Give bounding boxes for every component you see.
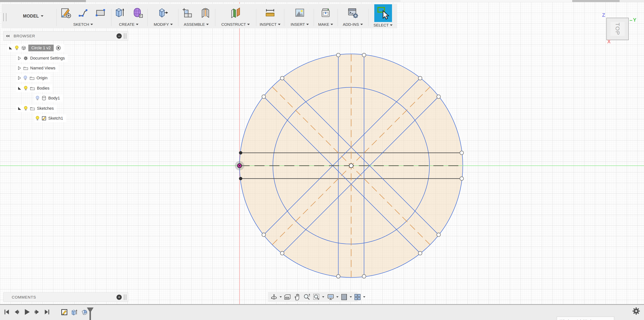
collapsed-caret-icon[interactable]	[18, 56, 21, 60]
constrained-point-top[interactable]	[239, 151, 242, 154]
play-button[interactable]	[23, 308, 30, 316]
orbit-button[interactable]	[270, 293, 278, 301]
tree-row-root[interactable]: Circle 1 v2	[8, 44, 64, 52]
tree-row-origin[interactable]: Origin	[16, 74, 50, 82]
form-button[interactable]	[132, 7, 143, 18]
viewports-dropdown-caret[interactable]	[363, 296, 365, 298]
tree-row-sketch1[interactable]: Sketch1	[34, 114, 66, 122]
create-menu[interactable]: CREATE	[119, 22, 138, 27]
skip-to-end-button[interactable]	[43, 308, 51, 316]
insert-menu[interactable]: INSERT	[290, 22, 309, 27]
insert-image-button[interactable]	[294, 7, 305, 18]
document-name[interactable]: Circle 1 v2	[28, 45, 54, 51]
collapse-all-icon[interactable]: –	[116, 33, 122, 39]
comments-panel-title: COMMENTS	[12, 295, 36, 299]
zoom-window-button[interactable]	[312, 293, 321, 301]
toolbar: MODEL	[2, 4, 397, 28]
sketch-icon	[42, 116, 46, 121]
addins-menu[interactable]: ADD-INS	[343, 22, 363, 27]
circle-center-point[interactable]	[349, 164, 353, 168]
chevron-down-icon	[360, 24, 363, 25]
measure-button[interactable]	[264, 7, 276, 18]
bulb-on-icon[interactable]	[35, 116, 40, 121]
3d-print-button[interactable]	[320, 7, 331, 18]
sketch-menu[interactable]: SKETCH	[73, 22, 93, 27]
joint-button[interactable]	[200, 7, 211, 18]
extrude-button[interactable]	[114, 7, 126, 18]
tree-row-named-views[interactable]: Named Views	[16, 64, 58, 72]
toolbar-separator	[148, 9, 148, 26]
construction-plane-button[interactable]	[230, 7, 241, 18]
toolbar-drag-grip[interactable]	[3, 13, 6, 21]
activate-component-radio-icon[interactable]	[56, 45, 61, 51]
collapse-panel-icon[interactable]	[6, 34, 10, 38]
make-menu[interactable]: MAKE	[318, 22, 333, 27]
toolbar-group-create: CREATE	[113, 4, 144, 28]
sketch-origin-point[interactable]	[235, 161, 244, 170]
timeline-settings-gear-icon[interactable]	[632, 307, 640, 315]
tree-item-label: Document Settings	[30, 56, 65, 61]
expanded-triangle-icon[interactable]	[18, 86, 22, 90]
modify-menu[interactable]: MODIFY	[154, 22, 173, 27]
timeline-playhead[interactable]	[86, 307, 94, 320]
select-menu[interactable]: SELECT	[374, 22, 393, 28]
bulb-on-icon[interactable]	[24, 106, 28, 111]
new-component-button[interactable]	[182, 7, 193, 18]
insert-image-icon	[294, 7, 305, 18]
assemble-menu[interactable]: ASSEMBLE	[184, 22, 209, 27]
expanded-triangle-icon[interactable]	[18, 106, 22, 110]
panel-grip[interactable]	[124, 294, 126, 300]
inspect-menu[interactable]: INSPECT	[260, 22, 280, 27]
step-forward-button[interactable]	[33, 308, 41, 316]
expanded-triangle-icon[interactable]	[8, 46, 13, 50]
zoom-button[interactable]	[302, 293, 311, 301]
display-settings-icon	[327, 293, 334, 301]
construct-menu[interactable]: CONSTRUCT	[222, 22, 250, 27]
grid-settings-button[interactable]	[340, 293, 348, 301]
collapsed-caret-icon[interactable]	[18, 66, 21, 70]
comments-panel-header[interactable]: COMMENTS +	[3, 292, 128, 302]
tree-row-sketches[interactable]: Sketches	[16, 105, 57, 112]
tree-row-body1[interactable]: Body1	[34, 94, 63, 102]
browser-panel-header[interactable]: BROWSER –	[3, 31, 128, 41]
create-sketch-button[interactable]	[60, 7, 72, 18]
workspace-switcher[interactable]: MODEL	[14, 4, 52, 28]
press-pull-button[interactable]	[158, 7, 169, 18]
scripts-addins-button[interactable]	[347, 7, 358, 18]
component-cube-icon	[21, 45, 26, 51]
joint-icon	[200, 7, 211, 18]
bulb-on-icon[interactable]	[14, 45, 19, 51]
constrained-point-bottom[interactable]	[239, 177, 242, 180]
tree-row-bodies[interactable]: Bodies	[16, 84, 52, 92]
display-settings-button[interactable]	[326, 293, 335, 301]
pan-hand-icon	[294, 293, 301, 301]
spline-button[interactable]	[78, 7, 89, 18]
look-at-button[interactable]	[283, 293, 292, 301]
chevron-down-icon	[90, 24, 93, 25]
skip-to-start-button[interactable]	[3, 308, 10, 316]
step-back-button[interactable]	[13, 308, 20, 316]
timeline-extrude-feature[interactable]	[71, 309, 78, 316]
collapsed-caret-icon[interactable]	[18, 76, 21, 80]
bulb-off-icon[interactable]	[23, 75, 28, 81]
grid-settings-dropdown-caret[interactable]	[350, 296, 352, 298]
rectangle-button[interactable]	[95, 7, 106, 18]
assemble-menu-label: ASSEMBLE	[184, 22, 205, 27]
tree-row-document-settings[interactable]: Document Settings	[16, 54, 68, 62]
viewcube-face-label[interactable]: TOP	[607, 18, 628, 40]
orbit-dropdown-caret[interactable]	[280, 296, 282, 298]
bulb-off-icon[interactable]	[35, 96, 40, 101]
add-comment-icon[interactable]: +	[116, 295, 122, 300]
bulb-on-icon[interactable]	[24, 86, 28, 91]
timeline-sketch-feature[interactable]	[61, 309, 68, 316]
viewports-button[interactable]	[353, 293, 362, 301]
pan-button[interactable]	[293, 293, 302, 301]
zoom-window-icon	[313, 293, 320, 301]
chevron-down-icon	[247, 24, 250, 25]
select-button[interactable]	[374, 4, 392, 22]
viewcube[interactable]: TOP	[606, 18, 629, 40]
chrome-segment	[86, 0, 400, 2]
panel-grip[interactable]	[124, 33, 126, 39]
zoom-window-dropdown-caret[interactable]	[322, 296, 324, 298]
display-settings-dropdown-caret[interactable]	[336, 296, 338, 298]
